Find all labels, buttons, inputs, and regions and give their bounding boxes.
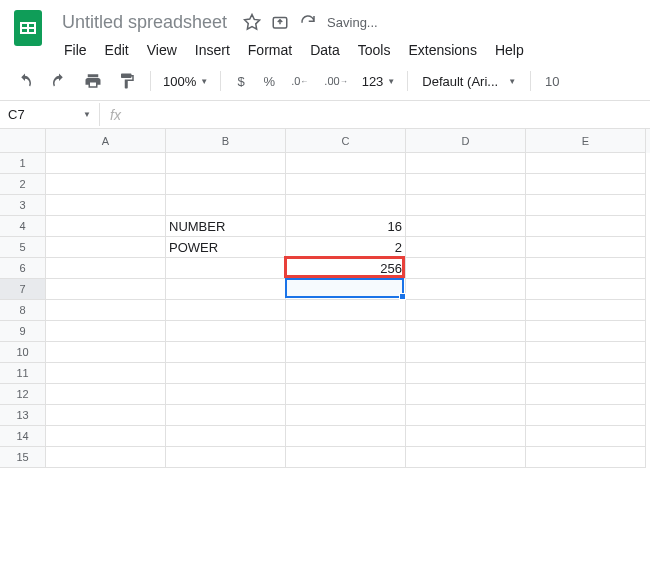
row-header-15[interactable]: 15 bbox=[0, 447, 46, 468]
cell-E2[interactable] bbox=[526, 174, 646, 195]
cell-E9[interactable] bbox=[526, 321, 646, 342]
cell-A1[interactable] bbox=[46, 153, 166, 174]
cell-A6[interactable] bbox=[46, 258, 166, 279]
row-header-5[interactable]: 5 bbox=[0, 237, 46, 258]
cell-D4[interactable] bbox=[406, 216, 526, 237]
cell-A14[interactable] bbox=[46, 426, 166, 447]
cell-C5[interactable]: 2 bbox=[286, 237, 406, 258]
cell-B11[interactable] bbox=[166, 363, 286, 384]
cell-A8[interactable] bbox=[46, 300, 166, 321]
cell-E8[interactable] bbox=[526, 300, 646, 321]
row-header-4[interactable]: 4 bbox=[0, 216, 46, 237]
cell-A9[interactable] bbox=[46, 321, 166, 342]
cell-E10[interactable] bbox=[526, 342, 646, 363]
menu-view[interactable]: View bbox=[139, 38, 185, 62]
cell-A11[interactable] bbox=[46, 363, 166, 384]
cell-E12[interactable] bbox=[526, 384, 646, 405]
cell-B4[interactable]: NUMBER bbox=[166, 216, 286, 237]
cell-C9[interactable] bbox=[286, 321, 406, 342]
col-header-D[interactable]: D bbox=[406, 129, 526, 153]
cell-E6[interactable] bbox=[526, 258, 646, 279]
cell-E1[interactable] bbox=[526, 153, 646, 174]
cell-D6[interactable] bbox=[406, 258, 526, 279]
cell-B12[interactable] bbox=[166, 384, 286, 405]
cell-D7[interactable] bbox=[406, 279, 526, 300]
cell-D3[interactable] bbox=[406, 195, 526, 216]
col-header-E[interactable]: E bbox=[526, 129, 646, 153]
cloud-sync-icon[interactable] bbox=[299, 13, 317, 31]
cell-B13[interactable] bbox=[166, 405, 286, 426]
cell-E4[interactable] bbox=[526, 216, 646, 237]
cell-C6[interactable]: 256 bbox=[286, 258, 406, 279]
cell-A15[interactable] bbox=[46, 447, 166, 468]
redo-button[interactable] bbox=[44, 68, 74, 94]
cell-C1[interactable] bbox=[286, 153, 406, 174]
cell-D5[interactable] bbox=[406, 237, 526, 258]
cell-E7[interactable] bbox=[526, 279, 646, 300]
cell-D10[interactable] bbox=[406, 342, 526, 363]
cell-D13[interactable] bbox=[406, 405, 526, 426]
cell-C14[interactable] bbox=[286, 426, 406, 447]
row-header-1[interactable]: 1 bbox=[0, 153, 46, 174]
cell-D12[interactable] bbox=[406, 384, 526, 405]
cell-A13[interactable] bbox=[46, 405, 166, 426]
cell-E3[interactable] bbox=[526, 195, 646, 216]
cell-C4[interactable]: 16 bbox=[286, 216, 406, 237]
cell-E5[interactable] bbox=[526, 237, 646, 258]
col-header-C[interactable]: C bbox=[286, 129, 406, 153]
row-header-3[interactable]: 3 bbox=[0, 195, 46, 216]
cell-B1[interactable] bbox=[166, 153, 286, 174]
menu-help[interactable]: Help bbox=[487, 38, 532, 62]
cell-B8[interactable] bbox=[166, 300, 286, 321]
cell-C13[interactable] bbox=[286, 405, 406, 426]
cell-A12[interactable] bbox=[46, 384, 166, 405]
currency-button[interactable]: $ bbox=[229, 68, 253, 94]
row-header-9[interactable]: 9 bbox=[0, 321, 46, 342]
row-header-10[interactable]: 10 bbox=[0, 342, 46, 363]
spreadsheet-grid[interactable]: ABCDE 1234NUMBER165POWER2625678910111213… bbox=[0, 129, 650, 468]
col-header-A[interactable]: A bbox=[46, 129, 166, 153]
font-size-input[interactable]: 10 bbox=[539, 68, 565, 94]
row-header-8[interactable]: 8 bbox=[0, 300, 46, 321]
doc-title[interactable]: Untitled spreadsheet bbox=[56, 10, 233, 35]
zoom-select[interactable]: 100%▼ bbox=[159, 72, 212, 91]
select-all-corner[interactable] bbox=[0, 129, 46, 153]
cell-E15[interactable] bbox=[526, 447, 646, 468]
cell-A3[interactable] bbox=[46, 195, 166, 216]
star-icon[interactable] bbox=[243, 13, 261, 31]
cell-A5[interactable] bbox=[46, 237, 166, 258]
decrease-decimal-button[interactable]: .0← bbox=[285, 68, 314, 94]
cell-C8[interactable] bbox=[286, 300, 406, 321]
undo-button[interactable] bbox=[10, 68, 40, 94]
more-formats-button[interactable]: 123▼ bbox=[358, 72, 400, 91]
cell-C11[interactable] bbox=[286, 363, 406, 384]
cell-D1[interactable] bbox=[406, 153, 526, 174]
cell-B5[interactable]: POWER bbox=[166, 237, 286, 258]
cell-A4[interactable] bbox=[46, 216, 166, 237]
cell-B10[interactable] bbox=[166, 342, 286, 363]
cell-C10[interactable] bbox=[286, 342, 406, 363]
cell-A2[interactable] bbox=[46, 174, 166, 195]
cell-C3[interactable] bbox=[286, 195, 406, 216]
increase-decimal-button[interactable]: .00→ bbox=[318, 68, 353, 94]
cell-C7[interactable] bbox=[286, 279, 406, 300]
menu-edit[interactable]: Edit bbox=[97, 38, 137, 62]
font-select[interactable]: Default (Ari...▼ bbox=[416, 72, 522, 91]
row-header-12[interactable]: 12 bbox=[0, 384, 46, 405]
name-box[interactable]: C7▼ bbox=[0, 103, 100, 126]
menu-tools[interactable]: Tools bbox=[350, 38, 399, 62]
cell-E14[interactable] bbox=[526, 426, 646, 447]
cell-C2[interactable] bbox=[286, 174, 406, 195]
cell-D8[interactable] bbox=[406, 300, 526, 321]
cell-D15[interactable] bbox=[406, 447, 526, 468]
row-header-2[interactable]: 2 bbox=[0, 174, 46, 195]
cell-E13[interactable] bbox=[526, 405, 646, 426]
menu-data[interactable]: Data bbox=[302, 38, 348, 62]
sheets-logo[interactable] bbox=[8, 8, 48, 48]
cell-B15[interactable] bbox=[166, 447, 286, 468]
cell-E11[interactable] bbox=[526, 363, 646, 384]
cell-B6[interactable] bbox=[166, 258, 286, 279]
cell-D2[interactable] bbox=[406, 174, 526, 195]
print-button[interactable] bbox=[78, 68, 108, 94]
cell-D11[interactable] bbox=[406, 363, 526, 384]
